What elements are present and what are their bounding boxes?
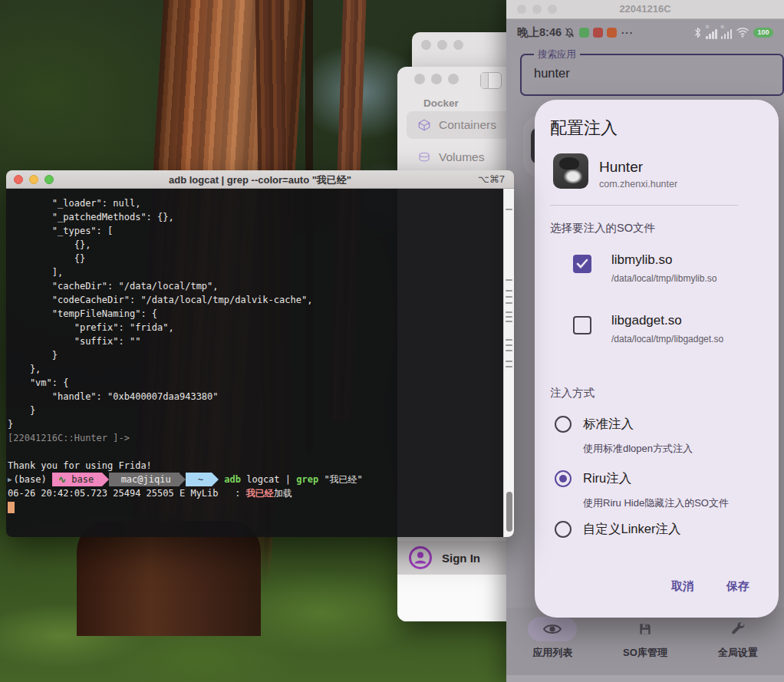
close-button[interactable] <box>421 40 431 50</box>
conda-env: (base) <box>13 473 52 486</box>
wrench-icon <box>730 621 746 638</box>
so-file-path: /data/local/tmp/libgadget.so <box>611 334 723 344</box>
sidebar-toggle-icon[interactable] <box>480 72 502 89</box>
checkbox-libgadget[interactable] <box>573 316 591 334</box>
minimize-button[interactable] <box>437 40 447 50</box>
status-icons-right: R R 100 <box>693 25 773 39</box>
terminal-line: "tempFileNaming": { <box>8 307 502 321</box>
avatar-icon <box>408 545 433 570</box>
radio-custom-linker-injection[interactable] <box>555 521 572 538</box>
cube-icon <box>417 118 431 132</box>
nav-tab-app-list[interactable]: 应用列表 <box>506 608 599 675</box>
terminal-line: ], <box>8 265 502 279</box>
terminal-log-line: 06-26 20:42:05.723 25494 25505 E MyLib :… <box>8 486 502 500</box>
notification-app-icon <box>607 28 617 38</box>
scrollbar-mark <box>506 279 512 281</box>
powerline-host-segment: mac@jiqiu <box>109 473 179 486</box>
radio-riru-injection[interactable] <box>555 470 572 487</box>
scrollbar-thumb[interactable] <box>506 492 512 532</box>
terminal-line: "cacheDir": "/data/local/tmp", <box>8 279 502 293</box>
close-button[interactable] <box>414 74 425 84</box>
terminal-scrollbar[interactable] <box>503 189 514 537</box>
zoom-button[interactable] <box>448 74 459 84</box>
terminal-line: Thank you for using Frida! <box>8 459 502 473</box>
minimize-button[interactable] <box>431 74 442 84</box>
status-time: 晚上8:46 <box>517 25 562 40</box>
method-desc: 使用Riru Hide隐藏注入的SO文件 <box>583 496 729 510</box>
sign-in-button[interactable]: Sign In <box>397 541 520 575</box>
checkbox-libmylib[interactable] <box>573 255 591 273</box>
window-controls <box>421 40 463 50</box>
cellular-signal-icon: R <box>706 25 717 39</box>
powerline-arrow-icon <box>102 473 109 486</box>
scrollbar-mark <box>506 339 512 341</box>
eye-icon <box>543 622 562 636</box>
nav-tab-so-library[interactable]: SO库管理 <box>599 608 692 675</box>
terminal-line: } <box>8 404 502 417</box>
terminal-cursor <box>8 502 15 513</box>
so-file-name: libmylib.so <box>611 252 672 268</box>
volume-disk-icon <box>417 150 431 164</box>
terminal-line: } <box>8 348 502 362</box>
docker-content-area <box>397 575 520 621</box>
window-controls <box>414 74 459 84</box>
search-input[interactable]: 搜索应用 hunter <box>520 54 784 96</box>
terminal-line: "suffix": "" <box>8 334 502 348</box>
save-button[interactable]: 保存 <box>726 579 749 594</box>
terminal-session-line: [22041216C::Hunter ]-> <box>8 431 502 445</box>
method-label: 自定义Linker注入 <box>583 521 680 538</box>
wifi-icon <box>736 27 749 38</box>
terminal-prompt-line: ▶ (base) ∿ base mac@jiqiu ~ adb logcat |… <box>8 473 502 486</box>
phone-window-titlebar[interactable]: 22041216C <box>506 0 784 19</box>
desktop: Docker Containers Volumes Sign In <box>0 0 784 682</box>
command-token: logcat | <box>241 473 296 486</box>
app-name: Hunter <box>599 159 643 176</box>
bluetooth-icon <box>693 27 702 38</box>
log-suffix: 加载 <box>274 486 292 500</box>
mute-bell-icon <box>564 27 575 38</box>
grep-match: 我已经 <box>246 486 274 500</box>
command-token: "我已经" <box>318 473 363 486</box>
zoom-button[interactable] <box>453 40 463 50</box>
phone-window-title: 22041216C <box>506 3 784 15</box>
nav-tab-global-settings[interactable]: 全局设置 <box>691 608 784 675</box>
nav-pill <box>713 617 763 641</box>
sidebar-item-label: Containers <box>439 118 496 132</box>
powerline-arrow-icon <box>212 473 219 486</box>
status-bar: 晚上8:46 ··· R R <box>506 19 784 45</box>
search-field-value: hunter <box>534 66 570 81</box>
scrollbar-mark <box>506 302 512 304</box>
search-field-label: 搜索应用 <box>534 48 580 61</box>
sidebar-item-volumes[interactable]: Volumes <box>407 143 522 171</box>
command-token: adb <box>219 473 241 486</box>
bottom-navigation: 应用列表 SO库管理 <box>506 608 784 675</box>
terminal-window[interactable]: adb logcat | grep --color=auto "我已经" ⌥⌘7… <box>6 170 514 537</box>
terminal-line: "_types": [ <box>8 224 502 238</box>
nav-tab-label: SO库管理 <box>623 646 667 660</box>
prompt-mark-icon: ▶ <box>8 473 12 486</box>
battery-indicator: 100 <box>753 28 773 38</box>
sidebar-item-containers[interactable]: Containers <box>407 111 522 139</box>
terminal-line: "codeCacheDir": "/data/local/tmp/dalvik-… <box>8 293 502 307</box>
scrollbar-mark <box>506 321 512 322</box>
scrollbar-mark <box>506 296 512 298</box>
scrollbar-mark <box>506 209 512 210</box>
sign-in-label: Sign In <box>442 552 480 565</box>
command-token: grep <box>296 473 318 486</box>
phone-screen[interactable]: 晚上8:46 ··· R R <box>506 19 784 682</box>
wallpaper-tree-base <box>77 521 261 636</box>
powerline-dir-segment: ~ <box>186 473 212 486</box>
terminal-line: "_patchedMethods": {}, <box>8 210 502 224</box>
env-name: base <box>66 474 99 485</box>
terminal-line: {} <box>8 252 502 265</box>
sidebar-item-label: Volumes <box>439 150 484 164</box>
radio-standard-injection[interactable] <box>555 416 572 433</box>
powerline-arrow-icon <box>179 473 186 486</box>
cancel-button[interactable]: 取消 <box>671 579 694 594</box>
terminal-titlebar[interactable]: adb logcat | grep --color=auto "我已经" ⌥⌘7 <box>6 170 514 189</box>
nav-selected-pill <box>528 617 577 641</box>
phone-mirror-window[interactable]: 22041216C 晚上8:46 ··· R <box>506 0 784 682</box>
configure-injection-dialog: 配置注入 Hunter com.zhenxi.hunter 选择要注入的SO文件… <box>535 100 779 618</box>
notification-overflow-dots: ··· <box>621 27 634 38</box>
app-package: com.zhenxi.hunter <box>599 179 677 189</box>
